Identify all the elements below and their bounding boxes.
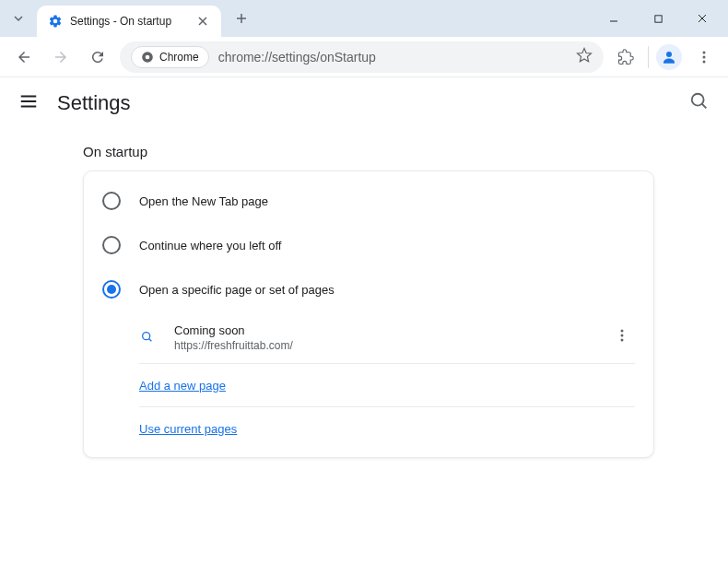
svg-point-11 xyxy=(621,339,624,342)
chrome-chip-label: Chrome xyxy=(159,51,199,64)
bookmark-icon[interactable] xyxy=(576,47,593,67)
close-icon[interactable] xyxy=(195,14,210,29)
close-window-button[interactable] xyxy=(684,5,721,32)
radio-option-specific-pages[interactable]: Open a specific page or set of pages xyxy=(84,267,653,311)
new-tab-button[interactable] xyxy=(229,6,254,31)
radio-label: Open the New Tab page xyxy=(139,194,268,208)
hamburger-icon[interactable] xyxy=(18,91,39,115)
settings-content: On startup Open the New Tab page Continu… xyxy=(0,129,728,458)
svg-point-3 xyxy=(666,52,672,57)
search-icon[interactable] xyxy=(689,91,710,115)
tab-title: Settings - On startup xyxy=(70,15,188,28)
radio-label: Continue where you left off xyxy=(139,239,281,252)
section-title: On startup xyxy=(18,129,710,170)
svg-point-9 xyxy=(621,330,624,333)
add-page-row: Add a new page xyxy=(84,364,653,406)
search-icon xyxy=(139,329,156,346)
radio-icon xyxy=(102,280,121,299)
minimize-button[interactable] xyxy=(595,5,632,32)
radio-label: Open a specific page or set of pages xyxy=(139,283,335,297)
radio-icon xyxy=(102,192,121,210)
svg-point-5 xyxy=(703,55,706,58)
forward-button[interactable] xyxy=(46,42,76,72)
site-chip[interactable]: Chrome xyxy=(131,46,209,68)
use-current-link[interactable]: Use current pages xyxy=(139,422,237,436)
browser-tab[interactable]: Settings - On startup xyxy=(37,6,221,37)
svg-point-7 xyxy=(692,94,704,106)
page-title-text: Coming soon xyxy=(174,323,591,337)
profile-divider xyxy=(648,46,649,68)
browser-toolbar: Chrome chrome://settings/onStartup xyxy=(0,37,728,77)
radio-icon xyxy=(102,236,121,254)
add-page-link[interactable]: Add a new page xyxy=(139,379,226,393)
radio-option-continue[interactable]: Continue where you left off xyxy=(84,223,653,267)
window-titlebar: Settings - On startup xyxy=(0,0,728,37)
gear-icon xyxy=(48,14,63,29)
back-button[interactable] xyxy=(9,42,39,72)
address-bar[interactable]: Chrome chrome://settings/onStartup xyxy=(120,41,604,73)
svg-point-4 xyxy=(703,51,706,53)
tab-search-dropdown[interactable] xyxy=(7,7,29,29)
page-url-text: https://freshfruittab.com/ xyxy=(174,339,591,352)
maximize-button[interactable] xyxy=(640,5,676,32)
svg-point-10 xyxy=(621,334,624,337)
url-text: chrome://settings/onStartup xyxy=(218,50,567,65)
window-controls xyxy=(595,5,721,32)
settings-header: Settings xyxy=(0,77,728,129)
on-startup-card: Open the New Tab page Continue where you… xyxy=(83,170,654,458)
startup-page-entry: Coming soon https://freshfruittab.com/ xyxy=(84,311,653,363)
radio-option-new-tab[interactable]: Open the New Tab page xyxy=(84,179,653,223)
svg-point-6 xyxy=(703,60,706,63)
page-title: Settings xyxy=(57,91,131,115)
profile-button[interactable] xyxy=(656,44,682,70)
page-info: Coming soon https://freshfruittab.com/ xyxy=(174,323,591,352)
extensions-icon[interactable] xyxy=(611,42,640,72)
reload-button[interactable] xyxy=(83,42,112,72)
use-current-row: Use current pages xyxy=(84,407,653,450)
svg-rect-0 xyxy=(654,15,661,21)
svg-point-8 xyxy=(143,333,150,340)
more-vert-icon[interactable] xyxy=(609,323,635,352)
svg-point-2 xyxy=(146,54,150,59)
menu-icon[interactable] xyxy=(689,42,719,72)
